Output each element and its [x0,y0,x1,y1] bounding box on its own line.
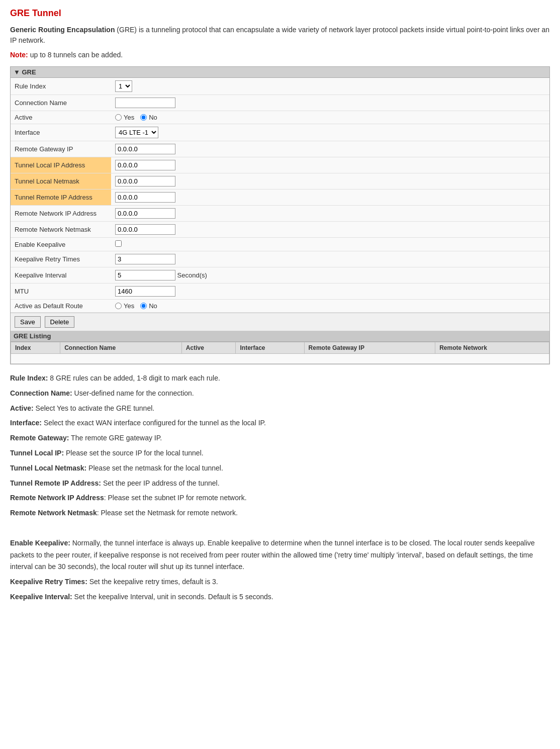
form-row: Keepalive Retry Times [11,251,549,267]
listing-col-header: Remote Network [435,342,549,354]
radio-no[interactable] [140,114,147,121]
form-row: Keepalive Interval Second(s) [11,267,549,284]
field-value: YesNo [111,300,549,313]
field-label: Tunnel Remote IP Address [11,190,111,206]
radio-no[interactable] [140,303,147,309]
field-input-tunnel-local-netmask[interactable] [115,176,175,186]
listing-col-header: Connection Name [60,342,182,354]
field-value: 4G LTE -1 [111,124,549,141]
panel-header-label: ▼ GRE [14,68,36,76]
field-value [111,95,549,111]
field-input-tunnel-remote-ip-address[interactable] [115,192,175,203]
field-value [111,157,549,173]
form-row: Remote Gateway IP [11,141,549,157]
field-label: Tunnel Local Netmask [11,173,111,190]
form-row: Active as Default RouteYesNo [11,300,549,313]
field-select-rule-index[interactable]: 1 [115,80,132,92]
form-row: Connection Name [11,95,549,111]
radio-no-label: No [149,302,157,310]
radio-yes-label: Yes [124,114,134,121]
desc-text: Set the keepalive Interval, unit in seco… [72,593,273,601]
field-value [111,173,549,190]
field-label: Keepalive Interval [11,267,111,284]
radio-group: YesNo [115,114,545,121]
field-label: Enable Keepalive [11,238,111,251]
field-label: Active as Default Route [11,300,111,313]
field-input-connection-name[interactable] [115,98,175,108]
listing-col-header: Interface [236,342,304,354]
field-value [111,141,549,157]
desc-paragraph: Remote Network IP Address: Please set th… [10,492,550,504]
desc-label: Connection Name: [10,389,72,397]
listing-col-header: Active [181,342,236,354]
button-row: Save Delete [11,313,549,331]
desc-paragraph: Interface: Select the exact WAN interfac… [10,417,550,429]
desc-label: Interface: [10,419,42,427]
field-input-tunnel-local-ip-address[interactable] [115,160,175,170]
field-suffix: Second(s) [175,271,207,279]
page-title: GRE Tunnel [10,8,550,19]
field-label: Connection Name [11,95,111,111]
field-value [111,284,549,300]
field-input-keepalive-retry-times[interactable] [115,254,175,264]
desc-label: Active: [10,404,34,412]
radio-yes-label: Yes [124,302,134,310]
field-select-interface[interactable]: 4G LTE -1 [115,127,158,138]
delete-button[interactable]: Delete [45,316,75,328]
field-label: Remote Network IP Address [11,206,111,222]
field-input-mtu[interactable] [115,286,175,297]
field-value [111,190,549,206]
field-value [111,206,549,222]
radio-no-label: No [149,114,157,121]
intro-paragraph: Generic Routing Encapsulation (GRE) is a… [10,25,550,46]
field-input-remote-gateway-ip[interactable] [115,144,175,154]
desc-label: Enable Keepalive: [10,539,70,547]
desc-paragraph: Tunnel Local IP: Please set the source I… [10,447,550,459]
desc-label: Remote Gateway: [10,434,69,442]
field-value [111,251,549,267]
field-input-keepalive-interval[interactable] [115,270,175,280]
save-button[interactable]: Save [15,316,41,328]
desc-text: Select Yes to activate the GRE tunnel. [34,404,154,412]
desc-label: Tunnel Local IP: [10,449,64,457]
field-input-remote-network-netmask[interactable] [115,224,175,235]
field-checkbox-keepalive[interactable] [115,240,122,247]
listing-empty-row [11,354,549,364]
desc-text: Please set the netmask for the local tun… [86,464,223,472]
desc-paragraph: Keepalive Interval: Set the keepalive In… [10,591,550,603]
field-value [111,238,549,251]
field-value: Second(s) [111,267,549,284]
desc-text: Please set the source IP for the local t… [64,449,204,457]
desc-paragraph: Keepalive Retry Times: Set the keepalive… [10,576,550,588]
field-label: Interface [11,124,111,141]
gre-panel-header: ▼ GRE [11,67,549,78]
radio-yes[interactable] [115,114,122,121]
field-value: YesNo [111,111,549,124]
desc-paragraph: Rule Index: 8 GRE rules can be added, 1-… [10,372,550,385]
note-text: up to 8 tunnels can be added. [28,51,123,59]
field-label: MTU [11,284,111,300]
form-row: Enable Keepalive [11,238,549,251]
desc-text: Set the keepalive retry times, default i… [87,578,218,586]
form-row: Tunnel Local Netmask [11,173,549,190]
gre-panel: ▼ GRE Rule Index1Connection NameActiveYe… [10,66,550,364]
field-label: Active [11,111,111,124]
desc-text: Normally, the tunnel interface is always… [10,539,535,571]
field-value: 1 [111,78,549,95]
desc-paragraph: Enable Keepalive: Normally, the tunnel i… [10,537,550,573]
field-input-remote-network-ip-address[interactable] [115,208,175,219]
radio-yes[interactable] [115,303,122,309]
form-row: Rule Index1 [11,78,549,95]
desc-label: Tunnel Remote IP Address: [10,479,101,487]
description-section: Rule Index: 8 GRE rules can be added, 1-… [10,372,550,603]
desc-text: User-defined name for the connection. [72,389,194,397]
listing-col-header: Index [11,342,60,354]
intro-bold: Generic Routing Encapsulation [10,26,115,34]
desc-label: Remote Network Netmask [10,509,97,517]
desc-text: The remote GRE gateway IP. [69,434,162,442]
listing-table: IndexConnection NameActiveInterfaceRemot… [11,342,549,364]
field-label: Remote Gateway IP [11,141,111,157]
desc-text: : Please set the Netmask for remote netw… [97,509,238,517]
note-label: Note: [10,51,28,59]
note-paragraph: Note: up to 8 tunnels can be added. [10,50,550,60]
